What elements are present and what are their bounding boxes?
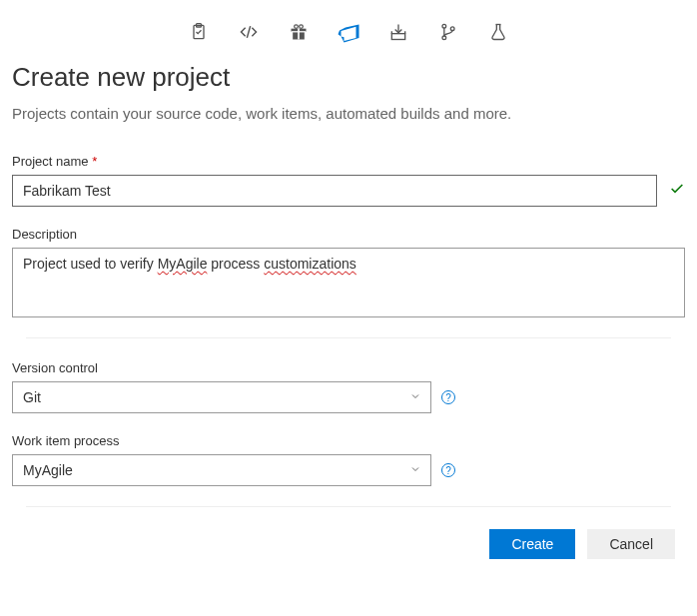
version-control-select[interactable]: Git: [12, 381, 431, 413]
version-control-label: Version control: [12, 360, 685, 375]
button-row: Create Cancel: [12, 529, 685, 559]
help-icon[interactable]: ?: [441, 463, 455, 477]
create-button[interactable]: Create: [489, 529, 575, 559]
project-name-label: Project name *: [12, 154, 685, 169]
description-textarea[interactable]: Project used to verify MyAgile process c…: [12, 248, 685, 317]
svg-point-8: [300, 25, 304, 29]
svg-point-11: [442, 36, 446, 40]
divider: [26, 337, 671, 338]
svg-line-2: [247, 26, 250, 38]
page-subtitle: Projects contain your source code, work …: [12, 105, 685, 122]
divider: [26, 506, 671, 507]
spell-error: MyAgile: [158, 256, 208, 272]
clipboard-icon[interactable]: [187, 20, 211, 44]
cancel-button[interactable]: Cancel: [587, 529, 675, 559]
git-branch-icon[interactable]: [436, 20, 460, 44]
description-field: Description Project used to verify MyAgi…: [12, 227, 685, 317]
version-control-field: Version control Git ?: [12, 360, 685, 413]
required-mark: *: [92, 154, 97, 169]
page-title: Create new project: [12, 62, 685, 93]
svg-rect-5: [298, 29, 300, 40]
spell-error: customizations: [264, 256, 356, 272]
project-name-input[interactable]: [12, 175, 657, 207]
description-label: Description: [12, 227, 685, 242]
flask-icon[interactable]: [486, 20, 510, 44]
svg-point-10: [442, 24, 446, 28]
svg-rect-6: [292, 31, 307, 32]
work-item-process-label: Work item process: [12, 433, 685, 448]
service-icon-row: [12, 12, 685, 62]
svg-point-7: [295, 25, 299, 29]
azure-devops-icon[interactable]: [337, 20, 360, 44]
svg-rect-9: [391, 34, 404, 40]
code-icon[interactable]: [237, 20, 261, 44]
help-icon[interactable]: ?: [441, 390, 455, 404]
svg-point-12: [450, 27, 454, 31]
project-name-field: Project name *: [12, 154, 685, 207]
field-label-text: Project name: [12, 154, 89, 169]
work-item-process-field: Work item process MyAgile ?: [12, 433, 685, 486]
work-item-process-select[interactable]: MyAgile: [12, 454, 431, 486]
valid-check-icon: [669, 181, 685, 202]
gift-icon[interactable]: [287, 20, 311, 44]
download-icon[interactable]: [386, 20, 410, 44]
